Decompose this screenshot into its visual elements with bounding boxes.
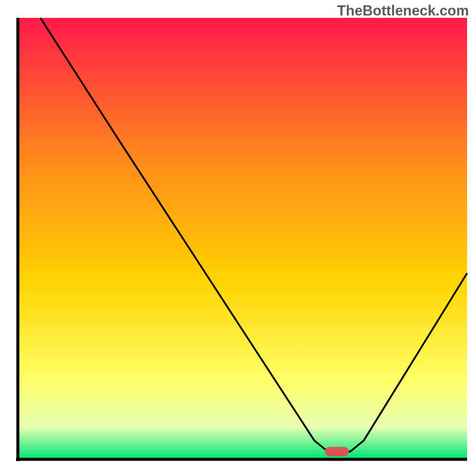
chart-svg — [0, 0, 476, 476]
chart-container: TheBottleneck.com — [0, 0, 476, 476]
watermark-label: TheBottleneck.com — [337, 2, 469, 19]
valley-marker — [325, 447, 349, 456]
plot-background — [18, 18, 467, 458]
